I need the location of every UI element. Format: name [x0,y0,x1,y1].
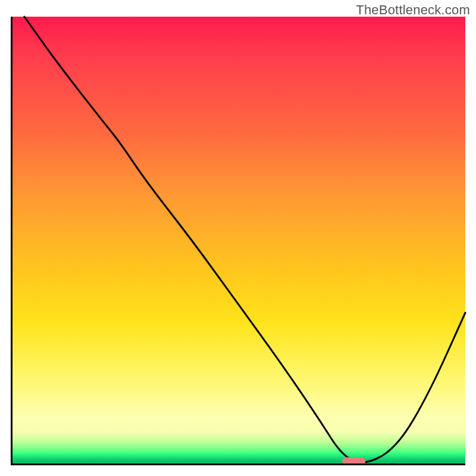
curve-layer [11,17,465,465]
bottleneck-curve [24,17,465,462]
y-axis [11,17,12,465]
x-axis [11,464,465,465]
chart-frame: TheBottleneck.com [0,0,476,476]
plot-area [11,17,465,465]
watermark-text: TheBottleneck.com [356,2,470,18]
